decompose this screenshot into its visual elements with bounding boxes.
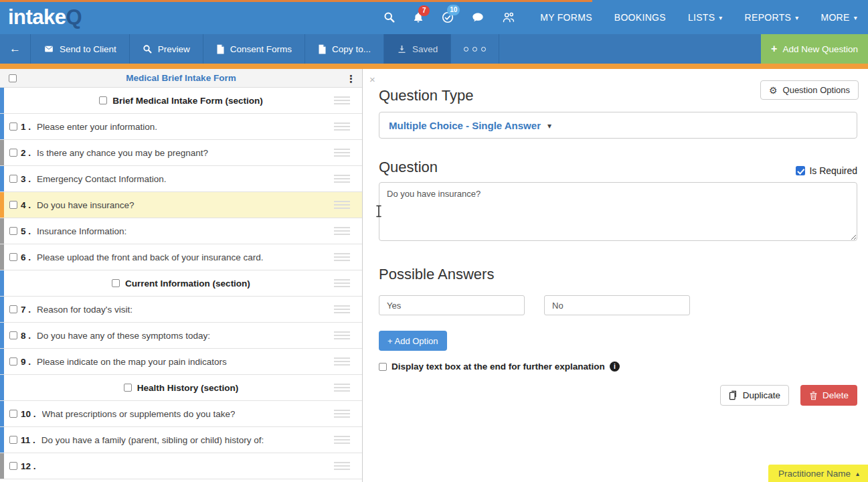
question-list-row[interactable]: Current Information (section) <box>0 270 362 297</box>
menu-bookings[interactable]: BOOKINGS <box>614 12 666 23</box>
drag-handle-icon[interactable] <box>334 123 350 131</box>
question-list-row[interactable]: Brief Medical Intake Form (section) <box>0 88 362 114</box>
drag-handle-icon[interactable] <box>334 279 350 287</box>
question-list-row[interactable]: 7 . Reason for today's visit: <box>0 297 362 323</box>
menu-my-forms[interactable]: MY FORMS <box>540 12 592 23</box>
question-list-panel: Medical Brief Intake Form ⋮ Brief Medica… <box>0 69 363 482</box>
question-type-select[interactable]: Multiple Choice - Single Answer ▾ <box>379 112 857 139</box>
gear-icon: ⚙ <box>769 86 778 95</box>
info-icon[interactable]: i <box>610 362 620 372</box>
chevron-down-icon: ▾ <box>854 14 857 21</box>
drag-handle-icon[interactable] <box>334 149 350 157</box>
row-checkbox[interactable] <box>9 462 17 470</box>
row-checkbox[interactable] <box>124 384 132 392</box>
messages-chat-icon[interactable] <box>471 11 485 24</box>
answer-option-input[interactable] <box>379 295 525 315</box>
question-actions-row: Duplicate Delete <box>379 385 857 406</box>
display-text-box-row: Display text box at the end for further … <box>379 362 857 372</box>
drag-handle-icon[interactable] <box>334 253 350 261</box>
question-options-button[interactable]: ⚙ Question Options <box>760 80 859 100</box>
search-icon[interactable] <box>383 11 396 23</box>
copy-to-button[interactable]: Copy to... <box>305 34 384 64</box>
question-list-row[interactable]: 10 . What prescriptions or supplements d… <box>0 401 362 427</box>
row-label: Please enter your information. <box>37 122 157 132</box>
drag-handle-icon[interactable] <box>334 96 350 104</box>
question-list-row[interactable]: 8 . Do you have any of these symptoms to… <box>0 323 362 349</box>
send-to-client-button[interactable]: Send to Client <box>31 34 130 64</box>
drag-handle-icon[interactable] <box>334 410 350 418</box>
row-checkbox[interactable] <box>9 175 17 183</box>
tasks-check-icon[interactable]: 10 <box>441 11 454 24</box>
row-type-strip <box>0 453 4 479</box>
question-list-row[interactable]: 3 . Emergency Contact Information. <box>0 166 362 192</box>
duplicate-button[interactable]: Duplicate <box>720 385 789 406</box>
row-checkbox[interactable] <box>9 227 17 235</box>
row-type-strip <box>0 323 4 348</box>
form-title: Medical Brief Intake Form <box>0 73 362 83</box>
row-checkbox[interactable] <box>9 305 17 313</box>
row-label: Emergency Contact Information. <box>37 174 167 184</box>
checked-checkbox-icon[interactable] <box>796 166 805 175</box>
drag-handle-icon[interactable] <box>334 436 350 444</box>
row-checkbox[interactable] <box>9 149 17 157</box>
kebab-menu-icon[interactable]: ⋮ <box>346 73 356 83</box>
question-list-row[interactable]: 6 . Please upload the front and back of … <box>0 244 362 270</box>
row-checkbox[interactable] <box>9 357 17 366</box>
drag-handle-icon[interactable] <box>334 462 350 470</box>
drag-handle-icon[interactable] <box>334 384 350 392</box>
row-checkbox[interactable] <box>9 123 17 131</box>
display-text-box-checkbox[interactable] <box>379 363 387 371</box>
drag-handle-icon[interactable] <box>334 331 350 339</box>
row-type-strip <box>0 401 4 426</box>
menu-more[interactable]: MORE▾ <box>820 12 857 23</box>
button-label: Saved <box>412 44 438 54</box>
question-text-input[interactable]: Do you have insurance? <box>379 182 857 241</box>
notifications-bell-icon[interactable]: 7 <box>412 11 424 23</box>
row-checkbox[interactable] <box>9 253 17 261</box>
question-list-row[interactable]: 12 . <box>0 453 362 479</box>
consent-forms-button[interactable]: Consent Forms <box>203 34 305 64</box>
drag-handle-icon[interactable] <box>334 175 350 183</box>
menu-reports[interactable]: REPORTS▾ <box>745 12 799 23</box>
drag-handle-icon[interactable] <box>334 201 350 209</box>
practitioner-name-label: Practitioner Name <box>778 469 851 479</box>
row-label: Do you have insurance? <box>37 200 135 210</box>
row-checkbox[interactable] <box>112 279 120 287</box>
select-all-checkbox[interactable] <box>9 74 17 82</box>
practitioner-name-tag[interactable]: Practitioner Name ▴ <box>768 465 868 482</box>
row-number: 11 . <box>21 435 35 445</box>
menu-lists[interactable]: LISTS▾ <box>688 12 723 23</box>
question-list-row[interactable]: 2 . Is there any chance you may be pregn… <box>0 140 362 166</box>
clients-group-icon[interactable] <box>501 10 516 25</box>
add-new-question-button[interactable]: + Add New Question <box>761 34 868 64</box>
back-button[interactable]: ← <box>0 34 31 64</box>
delete-button[interactable]: Delete <box>800 385 857 406</box>
chevron-up-icon: ▴ <box>856 470 859 477</box>
row-checkbox[interactable] <box>99 96 107 104</box>
drag-handle-icon[interactable] <box>334 357 350 366</box>
question-list-row[interactable]: 9 . Please indicate on the map your pain… <box>0 349 362 375</box>
close-icon[interactable]: × <box>369 74 375 84</box>
drag-handle-icon[interactable] <box>334 305 350 313</box>
row-number: 4 . <box>21 200 31 210</box>
question-list-row[interactable]: 1 . Please enter your information. <box>0 114 362 140</box>
question-list-row[interactable]: Health History (section) <box>0 375 362 401</box>
intakeq-form-builder: intakeQ 7 10 <box>0 0 868 482</box>
intakeq-logo[interactable]: intakeQ <box>8 7 82 27</box>
add-option-button[interactable]: + Add Option <box>379 331 447 351</box>
question-list-row[interactable]: 5 . Insurance Information: <box>0 218 362 244</box>
top-navigation: intakeQ 7 10 <box>0 0 868 34</box>
row-checkbox[interactable] <box>9 410 17 418</box>
saved-status-button[interactable]: Saved <box>384 34 451 64</box>
row-checkbox[interactable] <box>9 201 17 209</box>
preview-button[interactable]: Preview <box>130 34 203 64</box>
plus-icon: + <box>771 43 777 55</box>
is-required-toggle[interactable]: Is Required <box>796 165 857 176</box>
row-checkbox[interactable] <box>9 331 17 339</box>
answer-option-input[interactable] <box>544 295 690 315</box>
row-checkbox[interactable] <box>9 436 17 444</box>
drag-handle-icon[interactable] <box>334 227 350 235</box>
more-actions-button[interactable] <box>451 34 499 64</box>
question-list-row[interactable]: 11 . Do you have a family (parent, sibli… <box>0 427 362 453</box>
question-list-row[interactable]: 4 . Do you have insurance? <box>0 192 362 218</box>
